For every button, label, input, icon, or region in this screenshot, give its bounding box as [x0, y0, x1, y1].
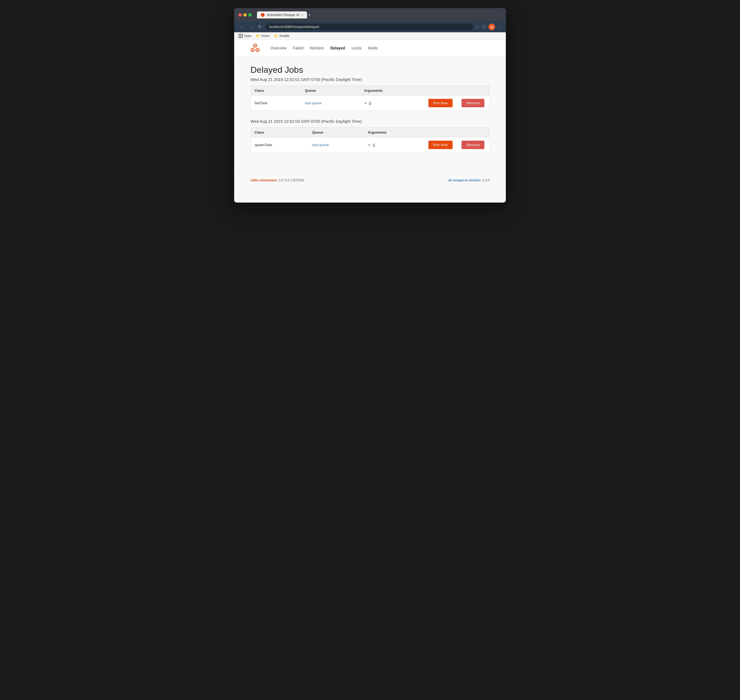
- tab-bar: ActionHero Resque UI × +: [257, 12, 501, 18]
- tab-title: ActionHero Resque UI: [267, 13, 299, 17]
- star-icon[interactable]: ☆: [476, 25, 479, 29]
- queue-link-1[interactable]: fast-queue: [305, 101, 321, 105]
- bookmark-seattle[interactable]: 📁 Seattle: [274, 34, 289, 38]
- version-value: 1.0.0: [482, 178, 489, 182]
- nav-redis[interactable]: Redis: [368, 46, 378, 50]
- svg-point-3: [252, 49, 253, 50]
- active-tab[interactable]: ActionHero Resque UI ×: [257, 12, 307, 18]
- svg-point-1: [255, 45, 256, 46]
- cell-remove-2: Remove: [457, 137, 489, 153]
- tab-favicon: [261, 13, 265, 17]
- datetime-header-1: Wed Aug 21 2019 12:52:01 GMT-0700 (Pacif…: [251, 77, 489, 82]
- col-action1-2: [425, 128, 457, 137]
- arg-item-2: {}: [373, 143, 420, 147]
- jobs-table-1: Class Queue Arguments fastTask fast-queu…: [251, 85, 489, 111]
- app-logo: [251, 43, 260, 53]
- folder-icon: 📁: [256, 34, 260, 38]
- col-action2-2: [457, 128, 489, 137]
- close-button[interactable]: [239, 13, 242, 16]
- redis-label: redis connection:: [251, 178, 278, 182]
- user-avatar[interactable]: U: [488, 24, 495, 30]
- cell-class-2: spawnTask: [251, 137, 309, 153]
- main-content: Delayed Jobs Wed Aug 21 2019 12:52:01 GM…: [234, 57, 506, 172]
- col-action2-1: [457, 86, 489, 96]
- footer: redis connection: 127.0.0.1:6379#0 ah-re…: [234, 174, 506, 186]
- col-args-2: Arguments: [364, 128, 424, 137]
- nav-delayed[interactable]: Delayed: [330, 46, 345, 50]
- tab-close-button[interactable]: ×: [301, 13, 303, 16]
- page-title: Delayed Jobs: [251, 65, 489, 75]
- folder-icon-2: 📁: [274, 34, 278, 38]
- window-controls: [239, 13, 252, 16]
- bookmark-seattle-label: Seattle: [279, 34, 289, 38]
- nav-workers[interactable]: Workers: [310, 46, 324, 50]
- version-label: ah-resque-ui version:: [448, 178, 481, 182]
- minimize-button[interactable]: [243, 13, 247, 16]
- bookmark-voom[interactable]: 📁 Voom: [256, 34, 270, 38]
- reload-button[interactable]: ↻: [257, 24, 263, 30]
- nav-locks[interactable]: Locks: [352, 46, 361, 50]
- cell-queue-1: fast-queue: [301, 96, 360, 111]
- address-bar: ← → ↻ ☆ ⓘ U ⋮: [234, 21, 506, 32]
- maximize-button[interactable]: [248, 13, 252, 16]
- back-button[interactable]: ←: [239, 24, 245, 30]
- datetime-header-2: Wed Aug 21 2019 12:52:03 GMT-0700 (Pacif…: [251, 119, 489, 124]
- apps-bookmark[interactable]: Apps: [239, 34, 251, 38]
- app-navbar: Overview Failed Workers Delayed Locks Re…: [234, 40, 506, 57]
- col-queue-2: Queue: [308, 128, 364, 137]
- svg-point-5: [257, 49, 258, 50]
- arg-item-1: {}: [369, 101, 420, 105]
- bookmarks-bar: Apps 📁 Voom 📁 Seattle: [234, 32, 506, 40]
- col-args-1: Arguments: [360, 86, 424, 96]
- cell-args-2: {}: [364, 137, 424, 153]
- col-class-1: Class: [251, 86, 301, 96]
- remove-button-2[interactable]: Remove: [461, 141, 484, 149]
- cell-class-1: fastTask: [251, 96, 301, 111]
- info-icon[interactable]: ⓘ: [482, 24, 486, 29]
- nav-overview[interactable]: Overview: [271, 46, 286, 50]
- col-queue-1: Queue: [301, 86, 360, 96]
- table-row: spawnTask fast-queue {} Run Now: [251, 137, 489, 153]
- bookmark-voom-label: Voom: [261, 34, 270, 38]
- jobs-table-2: Class Queue Arguments spawnTask fast-que…: [251, 127, 489, 153]
- forward-button[interactable]: →: [248, 24, 254, 30]
- cell-run-2: Run Now: [425, 137, 457, 153]
- page-content: Overview Failed Workers Delayed Locks Re…: [234, 40, 506, 203]
- cell-args-1: {}: [360, 96, 424, 111]
- col-action1-1: [425, 86, 457, 96]
- address-icons: ☆ ⓘ U ⋮: [476, 24, 501, 30]
- address-input[interactable]: [265, 24, 473, 30]
- nav-links: Overview Failed Workers Delayed Locks Re…: [271, 46, 377, 50]
- cell-queue-2: fast-queue: [308, 137, 364, 153]
- menu-icon[interactable]: ⋮: [498, 25, 501, 29]
- browser-window: ActionHero Resque UI × + ← → ↻ ☆ ⓘ U ⋮: [234, 8, 506, 203]
- new-tab-button[interactable]: +: [308, 12, 311, 18]
- cell-run-1: Run Now: [425, 96, 457, 111]
- remove-button-1[interactable]: Remove: [461, 99, 484, 107]
- col-class-2: Class: [251, 128, 309, 137]
- footer-redis: redis connection: 127.0.0.1:6379#0: [251, 178, 304, 182]
- redis-value: 127.0.0.1:6379#0: [279, 178, 304, 182]
- table-row: fastTask fast-queue {} Run Now: [251, 96, 489, 111]
- queue-link-2[interactable]: fast-queue: [312, 143, 329, 147]
- footer-version: ah-resque-ui version: 1.0.0: [448, 178, 489, 182]
- cell-remove-1: Remove: [457, 96, 489, 111]
- nav-failed[interactable]: Failed: [293, 46, 303, 50]
- apps-label: Apps: [244, 34, 251, 38]
- run-now-button-1[interactable]: Run Now: [428, 99, 453, 107]
- apps-grid-icon: [239, 34, 243, 38]
- run-now-button-2[interactable]: Run Now: [428, 141, 453, 149]
- title-bar: ActionHero Resque UI × +: [234, 8, 506, 21]
